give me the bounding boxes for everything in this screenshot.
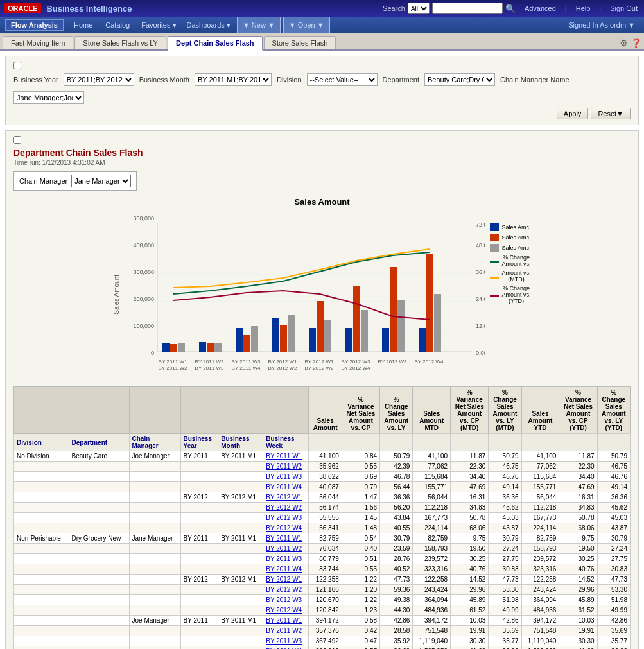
table-cell[interactable]: BY 2011 W4 — [263, 482, 309, 492]
week-link[interactable]: BY 2012 W2 — [266, 504, 302, 511]
table-cell: 1.20 — [342, 585, 379, 595]
table-cell[interactable]: BY 2011 W1 — [263, 451, 309, 462]
col-by[interactable]: BusinessYear — [180, 434, 218, 451]
report-checkbox[interactable] — [13, 136, 21, 144]
table-cell[interactable]: BY 2011 W3 — [263, 472, 309, 482]
week-link[interactable]: BY 2011 W1 — [266, 453, 302, 460]
table-cell[interactable]: BY 2012 W2 — [263, 503, 309, 513]
week-link[interactable]: BY 2012 W4 — [266, 524, 302, 532]
table-cell: 59.36 — [380, 585, 413, 595]
week-link[interactable]: BY 2011 W1 — [266, 535, 302, 542]
table-cell[interactable]: BY 2012 W4 — [263, 523, 309, 533]
legend-label-3: Sales Amc — [501, 245, 529, 251]
filter-checkbox[interactable] — [13, 62, 21, 69]
tab-dept-chain[interactable]: Dept Chain Sales Flash — [168, 36, 263, 51]
open-dropdown[interactable]: ▼ Open ▼ — [283, 17, 330, 33]
svg-text:48.00: 48.00 — [476, 242, 485, 248]
dashboards-dropdown[interactable]: Dashboards ▾ — [183, 17, 234, 33]
week-link[interactable]: BY 2012 W4 — [266, 607, 302, 614]
table-cell[interactable]: BY 2011 W4 — [263, 564, 309, 575]
table-cell[interactable]: BY 2012 W4 — [263, 605, 309, 616]
home-link[interactable]: Home — [69, 17, 98, 33]
week-link[interactable]: BY 2011 W3 — [266, 555, 302, 562]
table-cell: 49.99 — [489, 605, 521, 616]
week-link[interactable]: BY 2011 W4 — [266, 483, 302, 490]
week-link[interactable]: BY 2012 W1 — [266, 576, 302, 583]
table-cell[interactable]: BY 2011 W2 — [263, 626, 309, 636]
table-cell[interactable]: BY 2011 W2 — [263, 462, 309, 472]
advanced-link[interactable]: Advanced — [522, 4, 559, 12]
chain-manager-filter-select[interactable]: Jane Manager — [71, 175, 131, 187]
table-cell — [218, 564, 263, 575]
week-link[interactable]: BY 2011 W3 — [266, 473, 302, 480]
table-cell[interactable]: BY 2011 W4 — [263, 646, 309, 650]
week-link[interactable]: BY 2012 W3 — [266, 514, 302, 521]
table-cell[interactable]: BY 2012 W3 — [263, 513, 309, 523]
table-cell[interactable]: BY 2011 W3 — [263, 554, 309, 564]
table-cell: 41,100 — [309, 451, 342, 462]
week-link[interactable]: BY 2012 W1 — [266, 494, 302, 501]
table-cell: 38,622 — [309, 472, 342, 482]
week-link[interactable]: BY 2011 W4 — [266, 566, 302, 573]
sign-out-link[interactable]: Sign Out — [607, 4, 640, 12]
search-icon[interactable]: 🔍 — [505, 4, 516, 13]
chain-manager-select[interactable]: Jane Manager;Joe M — [13, 91, 84, 104]
week-link[interactable]: BY 2011 W2 — [266, 545, 302, 552]
signed-in-dropdown[interactable]: Signed In As ordm ▼ — [564, 17, 639, 33]
col-dept[interactable]: Department — [69, 434, 129, 451]
bar — [178, 343, 185, 352]
new-dropdown[interactable]: ▼ New ▼ — [237, 17, 281, 33]
table-cell: 82,759 — [521, 533, 559, 544]
table-row: BY 2012BY 2012 M1BY 2012 W156,0441.4736.… — [14, 492, 631, 503]
table-cell — [69, 585, 129, 595]
business-month-select[interactable]: BY 2011 M1;BY 2012 — [195, 73, 272, 86]
apply-button[interactable]: Apply — [557, 108, 589, 119]
table-cell[interactable]: BY 2012 W1 — [263, 492, 309, 503]
th-sa: SalesAmount — [309, 387, 342, 434]
week-link[interactable]: BY 2011 W2 — [266, 627, 302, 634]
table-cell: 49.38 — [380, 595, 413, 605]
catalog-link[interactable]: Catalog — [100, 17, 135, 33]
business-year-select[interactable]: BY 2011;BY 2012 — [64, 73, 134, 86]
table-cell[interactable]: BY 2012 W1 — [263, 575, 309, 585]
col-bw[interactable]: BusinessWeek — [263, 434, 309, 451]
col-cm[interactable]: ChainManager — [129, 434, 180, 451]
table-cell: 323,316 — [413, 564, 451, 575]
week-link[interactable]: BY 2011 W1 — [266, 617, 302, 624]
table-cell[interactable]: BY 2012 W2 — [263, 585, 309, 595]
division-select[interactable]: --Select Value-- — [307, 73, 378, 86]
col-bm[interactable]: BusinessMonth — [218, 434, 263, 451]
department-select[interactable]: Beauty Care;Dry Gr — [424, 73, 495, 86]
help-link[interactable]: Help — [573, 4, 593, 12]
tab-fast-moving[interactable]: Fast Moving Item — [3, 36, 73, 49]
search-scope-select[interactable]: All — [408, 3, 430, 14]
table-cell[interactable]: BY 2011 W1 — [263, 533, 309, 544]
table-cell — [180, 636, 218, 646]
table-cell: 35.92 — [380, 636, 413, 646]
search-input[interactable] — [432, 3, 503, 14]
reset-button[interactable]: Reset▼ — [591, 108, 631, 119]
week-link[interactable]: BY 2012 W3 — [266, 596, 302, 603]
svg-text:BY 2012 W1: BY 2012 W1 — [305, 359, 334, 365]
table-cell[interactable]: BY 2012 W3 — [263, 595, 309, 605]
week-link[interactable]: BY 2012 W2 — [266, 586, 302, 593]
table-cell[interactable]: BY 2011 W3 — [263, 636, 309, 646]
tab-store-sales[interactable]: Store Sales Flash vs LY — [74, 36, 166, 49]
week-link[interactable]: BY 2011 W2 — [266, 463, 302, 470]
favorites-dropdown[interactable]: Favorites ▾ — [137, 17, 180, 33]
page-options-icon[interactable]: ⚙ — [620, 38, 628, 48]
week-link[interactable]: BY 2011 W3 — [266, 637, 302, 645]
table-cell: 41,100 — [413, 451, 451, 462]
bar — [426, 254, 433, 352]
table-cell: 357,376 — [309, 626, 342, 636]
table-cell — [218, 523, 263, 533]
col-division[interactable]: Division — [14, 434, 69, 451]
table-cell: 83,744 — [309, 564, 342, 575]
table-cell[interactable]: BY 2011 W2 — [263, 544, 309, 554]
table-cell: 1,505,950 — [521, 646, 559, 650]
table-row: BY 2011 W3367,4920.4735.921,119,04030.30… — [14, 636, 631, 646]
tab-store-flash[interactable]: Store Sales Flash — [264, 36, 336, 49]
table-cell[interactable]: BY 2011 W1 — [263, 616, 309, 626]
help-icon[interactable]: ❓ — [631, 38, 641, 48]
table-cell — [180, 554, 218, 564]
